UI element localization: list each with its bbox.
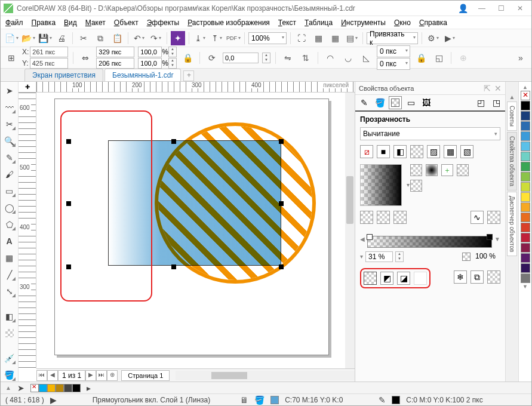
redo-button[interactable]: ↷ [149, 31, 163, 45]
menu-tools[interactable]: Инструменты [341, 19, 386, 27]
zoom-combo[interactable]: 100% [248, 32, 287, 44]
corner-scallop-button[interactable]: ◡ [341, 51, 355, 65]
height-input[interactable]: 206 пкс [96, 58, 134, 69]
swatch[interactable] [521, 243, 530, 253]
fullscreen-button[interactable]: ⛶ [294, 31, 309, 45]
freeze-button[interactable]: ❄ [454, 270, 467, 284]
ellipse-tool[interactable]: ◯ [3, 201, 16, 214]
canvas[interactable] [36, 93, 355, 368]
overflow-button[interactable]: » [513, 51, 528, 65]
page-tab-1[interactable]: Страница 1 [121, 370, 170, 381]
color-proof-icon[interactable]: 🖥 [240, 396, 248, 404]
menu-help[interactable]: Справка [419, 19, 447, 27]
docker-tab-misc1[interactable]: ◰ [474, 96, 487, 109]
copy-button[interactable]: ⧉ [93, 31, 107, 45]
save-button[interactable]: 💾 [38, 31, 52, 45]
type-fountain-button[interactable]: ◧ [393, 145, 407, 158]
menu-edit[interactable]: Правка [32, 19, 56, 27]
freehand-tool[interactable]: ✎ [3, 151, 16, 164]
grid-button[interactable]: ▦ [328, 31, 342, 45]
apply-fill-button[interactable] [364, 272, 377, 285]
docker-tab-outline[interactable]: ✎ [358, 96, 371, 109]
dropshadow-tool[interactable]: ◧ [3, 310, 16, 323]
ruler-vertical[interactable]: 600 500 400 300 [19, 93, 36, 368]
swatch[interactable] [521, 253, 530, 263]
sel-handle[interactable] [171, 264, 176, 269]
tab-welcome[interactable]: Экран приветствия [24, 69, 103, 81]
page-next[interactable]: ▶ [85, 370, 96, 381]
square-button[interactable] [410, 180, 422, 192]
swatch[interactable] [521, 192, 530, 202]
linear-button[interactable] [410, 164, 422, 176]
gradient-node-bar[interactable] [367, 236, 492, 248]
swatch[interactable] [521, 121, 530, 131]
cut-button[interactable]: ✂ [76, 31, 91, 45]
x-input[interactable]: 261 пкс [30, 47, 68, 57]
reverse-button[interactable] [360, 211, 373, 224]
scrollbar-horizontal[interactable] [176, 371, 355, 380]
tab-document[interactable]: Безымянный-1.cdr [104, 69, 181, 81]
sidetab-hints[interactable]: Советы [507, 102, 517, 131]
mirror-button[interactable] [377, 211, 390, 224]
pdf-button[interactable]: PDF [226, 31, 241, 45]
corner-round-button[interactable]: ◠ [323, 51, 337, 65]
swatch[interactable] [521, 152, 530, 161]
page-prev[interactable]: ◀ [47, 370, 58, 381]
docker-close-icon[interactable]: ✕ [494, 84, 502, 93]
fill-tool[interactable]: 🪣 [3, 368, 16, 382]
menu-text[interactable]: Текст [278, 19, 296, 27]
eyedropper-tool[interactable]: 💉 [3, 352, 16, 365]
undo-button[interactable]: ↶ [132, 31, 146, 45]
edit-transp-button[interactable] [487, 270, 500, 284]
sidetab-manager[interactable]: Диспетчер объектов [507, 192, 517, 256]
object-origin-icon[interactable]: ⊞ [4, 51, 19, 65]
swatch[interactable] [521, 182, 530, 192]
mini-palette[interactable]: ✕ [30, 384, 81, 392]
docker-tab-frame[interactable]: ▭ [404, 96, 417, 109]
swatch[interactable] [521, 172, 530, 182]
relative-corner-button[interactable]: ◱ [432, 51, 446, 65]
zoom-tool[interactable]: 🔍 [3, 134, 16, 147]
apply-both-button[interactable]: ◪ [397, 272, 410, 285]
sel-handle[interactable] [171, 139, 176, 144]
options-button[interactable]: ⚙ [426, 31, 440, 45]
menu-layout[interactable]: Макет [85, 19, 106, 27]
corner1-input[interactable]: 0 пкс [377, 45, 410, 57]
gradient-node-end[interactable] [487, 234, 493, 240]
menu-window[interactable]: Окно [394, 19, 411, 27]
type-bitmap-button[interactable]: ▦ [444, 145, 457, 158]
width-input[interactable]: 329 пкс [96, 47, 134, 57]
rectangle-tool[interactable]: ▭ [3, 184, 16, 198]
radial-button[interactable] [426, 164, 438, 176]
swatch[interactable] [521, 213, 530, 222]
angle-spinner[interactable]: ▲▼ [262, 53, 270, 63]
scale-x-input[interactable]: 100,0 [138, 47, 162, 57]
merge-mode-combo[interactable]: Вычитание [360, 127, 500, 140]
steps-button[interactable] [487, 211, 500, 224]
page-first[interactable]: ⏮ [36, 370, 47, 381]
launch-button[interactable]: ▶ [442, 31, 457, 45]
gradient-node-start[interactable] [367, 234, 373, 240]
docker-tab-transparency[interactable] [389, 96, 402, 109]
corner-chamfer-button[interactable]: ◺ [359, 51, 373, 65]
fill-swatch[interactable] [270, 396, 279, 404]
scale-y-input[interactable]: 100,0 [138, 58, 162, 69]
conical-button[interactable] [457, 164, 469, 176]
lock-ratio-button[interactable]: 🔒 [180, 51, 195, 65]
type-twotone-button[interactable]: ▨ [427, 145, 440, 158]
docker-tab-fill[interactable]: 🪣 [373, 96, 386, 109]
type-none-button[interactable]: ⧄ [360, 145, 373, 158]
open-button[interactable]: 📂 [21, 31, 35, 45]
swatch[interactable] [521, 162, 530, 171]
swatch[interactable] [521, 101, 530, 110]
corner2-input[interactable]: 0 пкс [377, 58, 410, 70]
swatch[interactable] [521, 273, 530, 283]
rulers-button[interactable]: ▦ [311, 31, 325, 45]
sel-handle[interactable] [279, 139, 284, 144]
swatch[interactable] [521, 202, 530, 212]
menu-file[interactable]: Файл [5, 19, 23, 27]
swatch-none[interactable]: ✕ [521, 91, 530, 100]
sel-handle[interactable] [279, 201, 284, 206]
dimension-tool[interactable]: ╱ [3, 268, 16, 281]
add-tab-button[interactable]: + [183, 70, 194, 81]
